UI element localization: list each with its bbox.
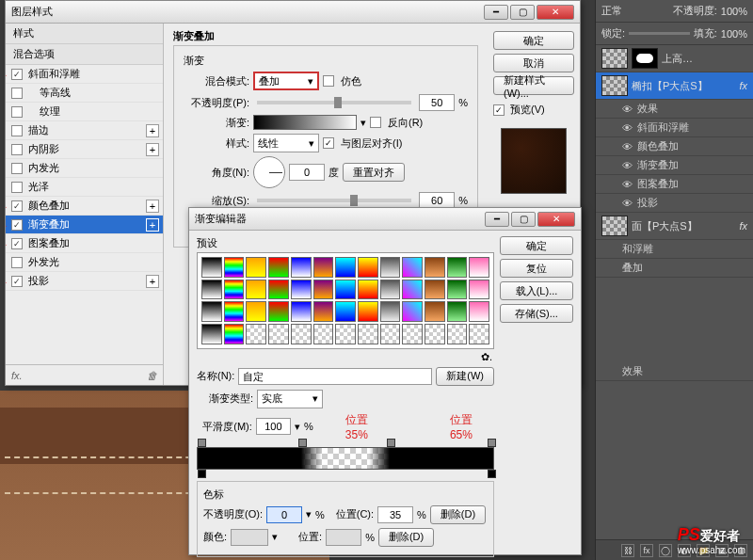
stop-location2-input[interactable] — [326, 529, 361, 546]
gradient-swatch[interactable] — [425, 324, 445, 344]
fx-item[interactable]: 和浮雕 — [596, 240, 753, 259]
gradient-swatch[interactable] — [380, 324, 401, 344]
style-checkbox[interactable] — [11, 238, 23, 249]
stop-color-swatch[interactable] — [231, 529, 268, 546]
delete-stop-button[interactable]: 删除(D) — [430, 505, 486, 524]
style-row-颜色叠加[interactable]: ▸颜色叠加+ — [6, 197, 163, 216]
trash-icon[interactable]: 🗑 — [147, 370, 157, 381]
titlebar[interactable]: 图层样式 ━ ▢ ✕ — [6, 1, 580, 24]
gradient-swatch[interactable] — [291, 301, 312, 322]
gradient-swatch[interactable] — [246, 301, 266, 322]
gradient-swatch[interactable] — [268, 257, 289, 278]
close-button[interactable]: ✕ — [537, 212, 575, 227]
opacity-stop[interactable] — [298, 439, 307, 447]
gradient-swatch[interactable] — [358, 280, 378, 300]
gradient-swatch[interactable] — [335, 280, 356, 300]
style-checkbox[interactable] — [11, 144, 23, 155]
gradient-swatch[interactable] — [380, 257, 401, 278]
gradient-swatch[interactable] — [246, 280, 266, 300]
name-input[interactable]: 自定 — [238, 368, 432, 385]
style-checkbox[interactable] — [11, 106, 23, 118]
plus-icon[interactable]: + — [146, 275, 159, 288]
fx-item[interactable]: 叠加 — [596, 259, 753, 278]
dither-checkbox[interactable] — [323, 75, 334, 87]
style-row-渐变叠加[interactable]: ▸渐变叠加+ — [6, 216, 163, 234]
scale-slider[interactable] — [257, 199, 411, 202]
gradient-swatch[interactable] — [313, 257, 334, 278]
fx-item[interactable]: 👁投影 — [596, 194, 753, 213]
angle-input[interactable]: 0 — [289, 164, 325, 181]
new-style-button[interactable]: 新建样式(W)... — [493, 76, 574, 95]
gradient-swatch[interactable] — [447, 280, 468, 300]
style-row-描边[interactable]: 描边+ — [6, 121, 163, 140]
style-row-等高线[interactable]: 等高线 — [6, 84, 163, 103]
gradient-swatch[interactable] — [335, 324, 356, 344]
layers-blendmode[interactable]: 正常 — [601, 4, 622, 18]
gradient-swatch[interactable] — [335, 301, 356, 322]
gradient-swatch[interactable] — [469, 257, 489, 278]
style-checkbox[interactable] — [11, 182, 23, 193]
style-row-光泽[interactable]: 光泽 — [6, 178, 163, 197]
opacity-stop[interactable] — [198, 439, 206, 447]
lock-icons[interactable] — [629, 32, 690, 35]
gradient-swatch[interactable] — [447, 301, 468, 322]
gradient-swatch[interactable] — [201, 280, 222, 300]
gradient-swatch[interactable] — [291, 257, 312, 278]
smooth-input[interactable]: 100 — [256, 418, 291, 435]
gradient-swatch[interactable] — [358, 257, 378, 278]
gradient-swatch[interactable] — [358, 301, 378, 322]
style-row-图案叠加[interactable]: ▸图案叠加 — [6, 234, 163, 253]
gradient-swatch[interactable] — [313, 280, 334, 300]
gradient-swatch[interactable] — [469, 280, 489, 300]
style-checkbox[interactable] — [11, 69, 23, 80]
styles-header[interactable]: 样式 — [6, 24, 163, 44]
align-checkbox[interactable] — [323, 137, 334, 149]
mask-icon[interactable]: ◯ — [659, 544, 672, 557]
layer-row-top[interactable]: 上高… — [596, 45, 753, 72]
gradient-swatch[interactable] — [291, 324, 312, 344]
style-row-内阴影[interactable]: 内阴影+ — [6, 140, 163, 159]
style-checkbox[interactable] — [11, 125, 23, 136]
plus-icon[interactable]: + — [146, 200, 159, 213]
fx-icon[interactable]: fx — [640, 544, 653, 557]
fx-item[interactable]: 👁渐变叠加 — [596, 156, 753, 175]
gradient-swatch[interactable] — [402, 280, 423, 300]
opacity-value[interactable]: 100% — [721, 6, 747, 17]
blend-options-header[interactable]: 混合选项 — [6, 44, 163, 65]
fill-value[interactable]: 100% — [721, 28, 747, 40]
gradient-swatch[interactable] — [246, 257, 266, 278]
gradient-swatch[interactable] — [425, 280, 445, 300]
gradient-swatch[interactable] — [313, 324, 334, 344]
opacity-stop[interactable] — [488, 439, 496, 447]
plus-icon[interactable]: + — [146, 218, 159, 232]
preview-checkbox[interactable] — [493, 104, 505, 116]
ok-button[interactable]: 确定 — [493, 31, 574, 50]
gradient-swatch[interactable] — [313, 301, 334, 322]
opacity-input[interactable]: 50 — [419, 94, 455, 111]
plus-icon[interactable]: + — [146, 124, 159, 137]
gradient-picker[interactable] — [253, 115, 357, 130]
gradient-swatch[interactable] — [469, 301, 489, 322]
load-button[interactable]: 载入(L)... — [500, 281, 573, 300]
gradient-swatch[interactable] — [224, 301, 245, 322]
style-checkbox[interactable] — [11, 276, 23, 287]
gradient-swatch[interactable] — [380, 301, 401, 322]
style-checkbox[interactable] — [11, 219, 23, 231]
gradient-swatch[interactable] — [380, 280, 401, 300]
gradient-swatch[interactable] — [402, 257, 423, 278]
fx-header[interactable]: 👁效果 — [596, 100, 753, 119]
maximize-button[interactable]: ▢ — [510, 5, 535, 20]
layer-row-selected[interactable]: 椭扣【P大点S】 fx — [596, 72, 753, 100]
fx-icon[interactable]: fx. — [11, 370, 23, 381]
layer-row[interactable]: 面【P大点S】 fx — [596, 213, 753, 240]
minimize-button[interactable]: ━ — [484, 5, 508, 20]
style-checkbox[interactable] — [11, 163, 23, 174]
gradient-swatch[interactable] — [224, 257, 245, 278]
gradient-swatch[interactable] — [291, 280, 312, 300]
color-stop[interactable] — [488, 470, 496, 478]
angle-dial[interactable] — [253, 156, 285, 188]
style-select[interactable]: 线性▾ — [253, 134, 319, 152]
maximize-button[interactable]: ▢ — [511, 212, 536, 227]
style-row-纹理[interactable]: 纹理 — [6, 103, 163, 121]
style-checkbox[interactable] — [11, 257, 23, 268]
